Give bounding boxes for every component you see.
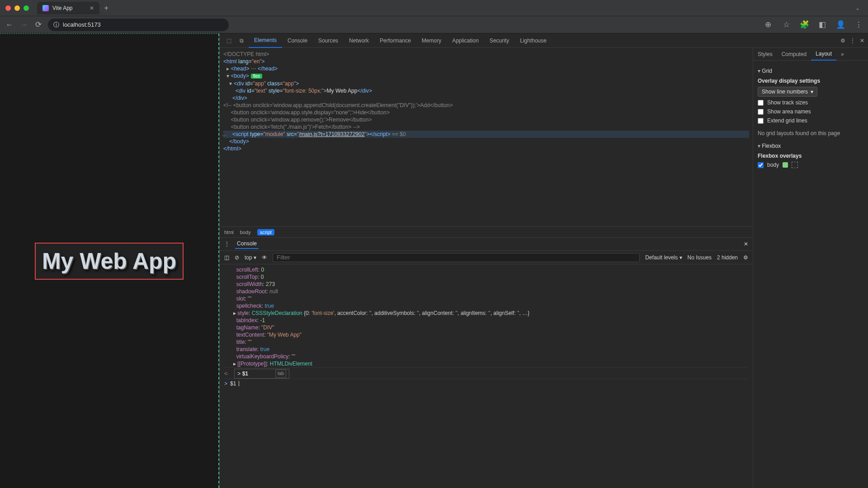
tab-console[interactable]: Console [282, 33, 313, 48]
forward-button[interactable]: → [19, 20, 29, 30]
console-input[interactable]: $1 [230, 380, 236, 387]
log-levels-selector[interactable]: Default levels ▾ [645, 254, 682, 261]
console-drawer-tab[interactable]: Console [235, 239, 259, 249]
tab-performance[interactable]: Performance [374, 33, 416, 48]
side-tab-layout[interactable]: Layout [811, 48, 836, 61]
area-names-checkbox[interactable]: Show area names [758, 108, 863, 115]
back-button[interactable]: ← [5, 20, 14, 30]
color-swatch-icon[interactable] [783, 162, 788, 168]
line-numbers-select[interactable]: Show line numbers ▾ [758, 87, 817, 97]
crumb-html[interactable]: html [224, 230, 234, 235]
tab-title: Vite App [52, 5, 72, 11]
close-tab-icon[interactable]: ✕ [90, 5, 94, 11]
inspect-icon[interactable]: ⬚ [223, 38, 234, 44]
devtools-tabbar: ⬚ ⧉ Elements Console Sources Network Per… [220, 33, 868, 48]
minimize-window-icon[interactable] [14, 5, 20, 11]
flex-overlays-header: Flexbox overlays [758, 153, 863, 159]
clear-console-icon[interactable]: ⊘ [235, 254, 239, 261]
menu-icon[interactable]: ⋮ [854, 20, 863, 30]
crumb-script[interactable]: script [257, 229, 274, 235]
tab-elements[interactable]: Elements [249, 33, 282, 48]
side-tab-more-icon[interactable]: » [836, 48, 849, 61]
no-grid-message: No grid layouts found on this page [758, 130, 863, 136]
maximize-window-icon[interactable] [24, 5, 29, 11]
drawer-menu-icon[interactable]: ⋮ [224, 241, 230, 247]
hero-container: My Web App [35, 243, 184, 280]
console-toolbar: ◫ ⊘ top ▾ 👁 Default levels ▾ No Issues 2… [220, 251, 753, 264]
flexbox-section-header[interactable]: Flexbox [758, 143, 863, 149]
device-toggle-icon[interactable]: ⧉ [236, 38, 247, 44]
tab-overflow-icon[interactable]: ⌄ [855, 5, 860, 11]
sidepanel-icon[interactable]: ◧ [817, 20, 827, 30]
side-tab-computed[interactable]: Computed [777, 48, 811, 61]
devtools-panel: ⬚ ⧉ Elements Console Sources Network Per… [219, 33, 868, 488]
tab-sources[interactable]: Sources [313, 33, 344, 48]
close-window-icon[interactable] [5, 5, 11, 11]
traffic-lights [5, 5, 29, 11]
console-input-line[interactable]: > $1 [224, 379, 748, 387]
new-tab-button[interactable]: + [104, 4, 108, 12]
sidebar-toggle-icon[interactable]: ◫ [224, 254, 229, 261]
track-sizes-checkbox[interactable]: Show track sizes [758, 99, 863, 106]
more-icon[interactable]: ⋮ [850, 38, 855, 44]
console-settings-icon[interactable]: ⚙ [743, 254, 748, 261]
extend-lines-checkbox[interactable]: Extend grid lines [758, 117, 863, 124]
crumb-body[interactable]: body [240, 230, 251, 235]
tab-network[interactable]: Network [344, 33, 374, 48]
url-field[interactable]: ⓘ localhost:5173 [48, 19, 229, 31]
reload-button[interactable]: ⟳ [33, 20, 43, 30]
site-info-icon[interactable]: ⓘ [53, 21, 59, 29]
live-expression-icon[interactable]: 👁 [262, 254, 267, 261]
profile-icon[interactable]: 👤 [835, 20, 845, 30]
console-return: <· > $1 tab [224, 367, 748, 379]
dom-tree[interactable]: <!DOCTYPE html> <html lang="en"> ▸<head>… [220, 48, 753, 226]
address-bar: ← → ⟳ ⓘ localhost:5173 ⊕ ☆ 🧩 ◧ 👤 ⋮ [0, 16, 868, 33]
console-drawer-header: ⋮ Console ✕ [220, 237, 753, 251]
rendered-page: My Web App [0, 33, 219, 488]
close-drawer-icon[interactable]: ✕ [744, 241, 748, 247]
console-filter-input[interactable] [273, 253, 640, 262]
settings-icon[interactable]: ⚙ [840, 38, 845, 44]
issues-label[interactable]: No Issues [688, 254, 712, 261]
styles-sidebar: Styles Computed Layout » Grid Overlay di… [753, 48, 868, 488]
url-text: localhost:5173 [63, 21, 101, 28]
search-icon[interactable]: ⊕ [763, 20, 773, 30]
close-devtools-icon[interactable]: ✕ [860, 38, 864, 44]
bookmark-icon[interactable]: ☆ [781, 20, 791, 30]
tab-security[interactable]: Security [484, 33, 514, 48]
tab-lighthouse[interactable]: Lighthouse [514, 33, 552, 48]
tab-application[interactable]: Application [447, 33, 484, 48]
hero-text: My Web App [42, 248, 176, 274]
console-output[interactable]: scrollLeft: 0 scrollTop: 0 scrollWidth: … [220, 264, 753, 488]
dashed-box-icon[interactable] [792, 162, 798, 168]
autocomplete-popup[interactable]: > $1 tab [234, 369, 289, 379]
grid-section-header[interactable]: Grid [758, 68, 863, 74]
window-titlebar: Vite App ✕ + ⌄ [0, 0, 868, 16]
favicon-icon [42, 5, 49, 11]
browser-tab[interactable]: Vite App ✕ [37, 2, 99, 14]
breadcrumb[interactable]: html body script [220, 226, 753, 237]
side-tab-styles[interactable]: Styles [753, 48, 777, 61]
hidden-count[interactable]: 2 hidden [717, 254, 738, 261]
overlay-settings-header: Overlay display settings [758, 78, 863, 84]
body-flex-overlay-checkbox[interactable]: body [758, 162, 863, 168]
selected-dom-node[interactable]: <script type="module" src="/main.js?t=17… [223, 131, 749, 138]
tab-memory[interactable]: Memory [416, 33, 447, 48]
extensions-icon[interactable]: 🧩 [799, 20, 809, 30]
context-selector[interactable]: top ▾ [245, 254, 256, 261]
